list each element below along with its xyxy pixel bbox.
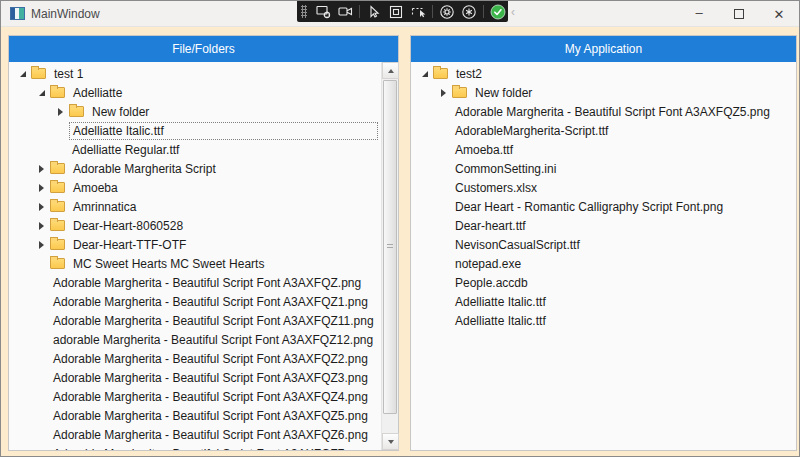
maximize-button[interactable] xyxy=(719,1,759,27)
tree-item-label: Adorable Margherita - Beautiful Script F… xyxy=(50,427,371,443)
tree-item-label: Adorable Margherita - Beautiful Script F… xyxy=(50,294,371,310)
expander-expanded-icon[interactable] xyxy=(33,83,50,102)
tree-item-folder[interactable]: Amoeba xyxy=(9,178,381,197)
expander-spacer xyxy=(435,235,452,254)
thumb-gripper-icon xyxy=(387,244,393,250)
expander-collapsed-icon[interactable] xyxy=(33,235,50,254)
tree-item-file[interactable]: Adorable Margherita - Beautiful Script F… xyxy=(9,311,381,330)
tree-item-file[interactable]: Adorable Margherita - Beautiful Script F… xyxy=(9,349,381,368)
expander-collapsed-icon[interactable] xyxy=(435,83,452,102)
close-icon: ✕ xyxy=(774,7,785,22)
expander-spacer xyxy=(435,216,452,235)
tree-item-file[interactable]: Adorable Margherita - Beautiful Script F… xyxy=(9,368,381,387)
files-folders-tree: test 1AdelliatteNew folderAdelliatte Ita… xyxy=(9,62,381,450)
gear-circle-icon[interactable] xyxy=(439,4,455,20)
tree-item-file[interactable]: Adorable Margherita - Beautiful Script F… xyxy=(9,425,381,444)
tree-item-file[interactable]: Adelliatte Italic.ttf xyxy=(411,292,796,311)
expander-collapsed-icon[interactable] xyxy=(33,178,50,197)
tree-item-file[interactable]: Dear Heart - Romantic Calligraphy Script… xyxy=(411,197,796,216)
tree-item-label: New folder xyxy=(89,104,152,120)
tree-item-folder[interactable]: Dear-Heart-TTF-OTF xyxy=(9,235,381,254)
confirm-check-icon[interactable] xyxy=(490,4,506,20)
window-title: MainWindow xyxy=(31,7,100,21)
expander-spacer xyxy=(33,444,50,450)
tree-item-folder[interactable]: Dear-Heart-8060528 xyxy=(9,216,381,235)
tree-item-folder[interactable]: New folder xyxy=(9,102,381,121)
folder-icon xyxy=(50,239,65,250)
minimize-button[interactable]: – xyxy=(679,1,719,27)
expander-spacer xyxy=(33,406,50,425)
expander-collapsed-icon[interactable] xyxy=(33,197,50,216)
tree-item-file[interactable]: notepad.exe xyxy=(411,254,796,273)
tree-item-file[interactable]: AdorableMargherita-Script.ttf xyxy=(411,121,796,140)
tree-item-file[interactable]: adorable Margherita - Beautiful Script F… xyxy=(9,330,381,349)
scroll-down-button[interactable] xyxy=(382,433,399,450)
expander-spacer xyxy=(33,368,50,387)
tree-item-label: Dear-heart.ttf xyxy=(452,218,529,234)
expander-spacer xyxy=(33,425,50,444)
collapse-chevron-icon[interactable]: ‹ xyxy=(511,6,515,18)
tree-item-folder[interactable]: MC Sweet Hearts MC Sweet Hearts xyxy=(9,254,381,273)
scrollbar-thumb[interactable] xyxy=(383,80,397,414)
cursor-icon[interactable] xyxy=(366,4,382,20)
tree-item-file[interactable]: Adelliatte Regular.ttf xyxy=(9,140,381,159)
region-lasso-icon[interactable] xyxy=(410,4,426,20)
tree-item-label: Adorable Margherita - Beautiful Script F… xyxy=(50,275,364,291)
grip-handle[interactable] xyxy=(301,5,307,18)
video-camera-icon[interactable] xyxy=(337,4,353,20)
expander-spacer xyxy=(435,102,452,121)
expander-expanded-icon[interactable] xyxy=(14,64,31,83)
expander-spacer xyxy=(435,292,452,311)
scroll-up-button[interactable] xyxy=(382,62,399,79)
expander-expanded-icon[interactable] xyxy=(416,64,433,83)
minimize-icon: – xyxy=(695,5,702,20)
toolbar-separator xyxy=(432,5,433,18)
tree-item-label: notepad.exe xyxy=(452,256,524,272)
tree-item-file[interactable]: Customers.xlsx xyxy=(411,178,796,197)
tree-item-file[interactable]: Adorable Margherita - Beautiful Script F… xyxy=(9,387,381,406)
folder-icon xyxy=(31,68,46,79)
expander-collapsed-icon[interactable] xyxy=(33,159,50,178)
tree-item-folder[interactable]: test2 xyxy=(411,64,796,83)
expander-collapsed-icon[interactable] xyxy=(52,102,69,121)
tree-item-label: Amoeba xyxy=(70,180,121,196)
tree-item-folder[interactable]: Adorable Margherita Script xyxy=(9,159,381,178)
star-circle-icon[interactable] xyxy=(461,4,477,20)
tree-item-file[interactable]: Adelliatte Italic.ttf xyxy=(411,311,796,330)
tree-item-file[interactable]: Adorable Margherita - Beautiful Script F… xyxy=(9,292,381,311)
tree-item-folder[interactable]: test 1 xyxy=(9,64,381,83)
expander-spacer xyxy=(33,273,50,292)
tree-item-label: Dear-Heart-TTF-OTF xyxy=(70,237,189,253)
tree-item-folder[interactable]: Amrinnatica xyxy=(9,197,381,216)
expander-spacer xyxy=(435,254,452,273)
tree-item-file[interactable]: CommonSetting.ini xyxy=(411,159,796,178)
tree-item-label: Amoeba.ttf xyxy=(452,142,516,158)
tree-item-label: Adelliatte Italic.ttf xyxy=(452,294,549,310)
folder-icon xyxy=(433,68,448,79)
tree-item-label: Adelliatte Regular.ttf xyxy=(69,142,182,158)
tree-item-file[interactable]: People.accdb xyxy=(411,273,796,292)
tree-item-file[interactable]: NevisonCasualScript.ttf xyxy=(411,235,796,254)
maximize-icon xyxy=(734,9,744,19)
close-button[interactable]: ✕ xyxy=(759,1,799,27)
tree-item-label: AdorableMargherita-Script.ttf xyxy=(452,123,611,139)
tree-item-folder[interactable]: New folder xyxy=(411,83,796,102)
display-record-settings-icon[interactable] xyxy=(315,4,331,20)
expander-collapsed-icon[interactable] xyxy=(33,216,50,235)
expander-spacer xyxy=(435,178,452,197)
tree-item-file[interactable]: Adorable Margherita - Beautiful Script F… xyxy=(9,444,381,450)
tree-item-file[interactable]: Adorable Margherita - Beautiful Script F… xyxy=(9,406,381,425)
tree-item-file[interactable]: Adorable Margherita - Beautiful Script F… xyxy=(9,273,381,292)
toolbar-separator xyxy=(483,5,484,18)
tree-item-file[interactable]: Amoeba.ttf xyxy=(411,140,796,159)
window-select-icon[interactable] xyxy=(388,4,404,20)
tree-item-file[interactable]: Dear-heart.ttf xyxy=(411,216,796,235)
arrow-up-icon xyxy=(388,69,394,73)
tree-item-folder[interactable]: Adelliatte xyxy=(9,83,381,102)
tree-item-label: New folder xyxy=(472,85,535,101)
expander-spacer xyxy=(33,292,50,311)
folder-icon xyxy=(452,87,467,98)
tree-item-file[interactable]: Adelliatte Italic.ttf xyxy=(9,121,381,140)
tree-item-file[interactable]: Adorable Margherita - Beautiful Script F… xyxy=(411,102,796,121)
vertical-scrollbar[interactable] xyxy=(381,62,398,450)
